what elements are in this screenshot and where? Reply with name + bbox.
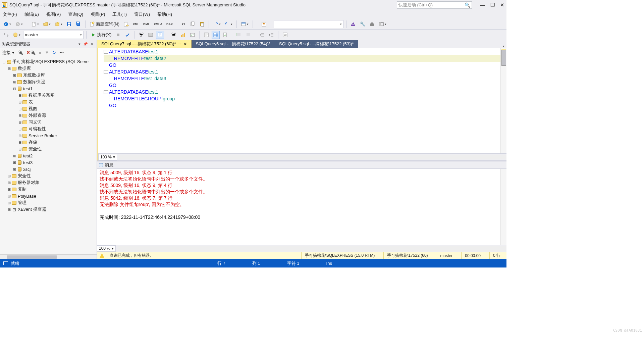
panel-pin-icon[interactable]: 📌 [83, 42, 89, 46]
tree-test3[interactable]: ⊞test3 [0, 159, 97, 166]
menu-help[interactable]: 帮助(H) [157, 11, 172, 17]
uncomment-button[interactable] [244, 31, 252, 39]
messages-body[interactable]: 消息 5009, 级别 16, 状态 9, 第 1 行 找不到或无法初始化语句中… [97, 169, 506, 245]
panel-dropdown-icon[interactable]: ▾ [76, 42, 83, 46]
tree-test1-views[interactable]: ⊞视图 [0, 105, 97, 112]
tree-polybase[interactable]: ⊞PolyBase [0, 193, 97, 199]
open-button[interactable]: ▾ [42, 20, 52, 28]
window-layout-button[interactable]: ▾ [377, 20, 388, 28]
include-plan-button[interactable] [170, 31, 178, 39]
tree-management[interactable]: ⊞管理 [0, 199, 97, 206]
msg-zoom-combo[interactable]: 100 %▾ [97, 245, 116, 252]
menu-file[interactable]: 文件(F) [3, 11, 17, 17]
connect-dropdown[interactable]: 连接 ▾ [2, 50, 14, 56]
query-options-button[interactable] [147, 31, 155, 39]
tree-xevent[interactable]: ⊞⊡XEvent 探查器 [0, 206, 97, 213]
save-button[interactable] [65, 20, 73, 28]
tab-close-icon[interactable]: ✕ [183, 42, 187, 47]
execute-button[interactable]: 执行(X) [89, 31, 113, 39]
database-combo[interactable]: master▾ [23, 31, 84, 39]
explorer-hscroll[interactable] [0, 254, 97, 259]
activity-button[interactable] [260, 20, 268, 28]
fold-icon[interactable]: − [104, 90, 108, 94]
display-plan-button[interactable] [137, 31, 145, 39]
tree-test1-storage[interactable]: ⊞存储 [0, 139, 97, 146]
panel-close-icon[interactable]: ✕ [89, 42, 95, 46]
messages-hscroll[interactable] [118, 246, 506, 251]
properties-button[interactable]: 🔧 [359, 20, 367, 28]
results-file-button[interactable] [221, 31, 229, 39]
solution-button[interactable]: ▾ [239, 20, 250, 28]
refresh-icon[interactable]: ↻ [52, 50, 56, 55]
tree-test1-diag[interactable]: ⊞数据库关系图 [0, 92, 97, 99]
tree-snapshot[interactable]: ⊞数据库快照 [0, 79, 97, 85]
comment-button[interactable] [235, 31, 243, 39]
tree-databases[interactable]: ⊟数据库 [0, 65, 97, 72]
tree-serverobj[interactable]: ⊞服务器对象 [0, 179, 97, 186]
live-stats-button[interactable] [179, 31, 187, 39]
registered-servers-button[interactable] [349, 20, 357, 28]
change-connection-button[interactable] [2, 31, 10, 39]
tree-replication[interactable]: ⊞复制 [0, 186, 97, 193]
menu-query[interactable]: 查询(Q) [68, 11, 83, 17]
new-proj-button[interactable]: ▾ [53, 20, 64, 28]
tree-xscj[interactable]: ⊞xscj [0, 166, 97, 173]
menu-tools[interactable]: 工具(T) [112, 11, 127, 17]
menu-view[interactable]: 视图(V) [46, 11, 61, 17]
new-query-button[interactable]: 新建查询(N) [88, 20, 121, 28]
indent-button[interactable] [258, 31, 266, 39]
tab-sqlquery7[interactable]: SQLQuery7.sql -...摘棉花\17522 (60))*⊣✕ [97, 40, 192, 48]
menu-window[interactable]: 窗口(W) [134, 11, 150, 17]
cut-button[interactable]: ✂ [180, 20, 187, 28]
nav-fwd-button[interactable]: ▾ [14, 20, 24, 28]
filter-icon[interactable]: ▼ [45, 50, 49, 55]
tree-test1-sb[interactable]: ⊞Service Broker [0, 132, 97, 139]
paste-button[interactable] [198, 20, 206, 28]
messages-tab[interactable]: 消息 [97, 161, 506, 169]
results-text-button[interactable] [202, 31, 210, 39]
intellisense-button[interactable] [156, 31, 164, 39]
copy-button[interactable] [189, 20, 197, 28]
fold-icon[interactable]: − [104, 50, 108, 54]
tree-test1-prog[interactable]: ⊞可编程性 [0, 126, 97, 132]
disconnect-icon[interactable]: ✖🔌 [26, 50, 36, 55]
code-editor[interactable]: −ALTER DATABASE test1 REMOVE FILE test_d… [98, 48, 506, 153]
tab-sqlquery5[interactable]: SQLQuery5.sql -...摘棉花\17522 (53))* [275, 40, 358, 48]
close-button[interactable]: ✕ [500, 2, 504, 8]
tree-sysdb[interactable]: ⊞系统数据库 [0, 72, 97, 79]
pin-icon[interactable]: ⊣ [178, 42, 181, 46]
tree-test2[interactable]: ⊞test2 [0, 152, 97, 159]
outdent-button[interactable] [267, 31, 275, 39]
xml-button[interactable]: XML [131, 20, 141, 28]
tab-sqlquery6[interactable]: SQLQuery6.sql -...摘棉花\17522 (54))* [192, 40, 275, 48]
menu-project[interactable]: 项目(P) [91, 11, 105, 17]
activity-icon[interactable]: ⁓ [59, 50, 64, 55]
query-de-button[interactable] [122, 20, 130, 28]
specify-values-button[interactable]: ab [281, 31, 289, 39]
solution-combo[interactable]: ▾ [274, 20, 343, 28]
stop-icon[interactable]: ■ [39, 50, 42, 55]
minimize-button[interactable]: — [480, 2, 485, 8]
dml-button[interactable]: DML [142, 20, 151, 28]
redo-button[interactable]: ▾ [223, 20, 234, 28]
tree-test1[interactable]: ⊟test1 [0, 85, 97, 92]
tabstrip-overflow-icon[interactable]: ▾ [500, 44, 506, 48]
messages-vscroll[interactable] [500, 169, 506, 245]
fold-icon[interactable]: − [104, 70, 108, 74]
toolbox-button[interactable] [368, 20, 376, 28]
client-stats-button[interactable] [189, 31, 197, 39]
tree-test1-tables[interactable]: ⊞表 [0, 99, 97, 105]
code-vscroll[interactable] [500, 48, 506, 153]
undo-button[interactable]: ▾ [212, 20, 222, 28]
quick-launch-input[interactable]: 快速启动 (Ctrl+Q) 🔍 [397, 1, 472, 9]
results-grid-button[interactable] [212, 31, 220, 39]
nav-back-button[interactable]: ▾ [2, 20, 12, 28]
dax-button[interactable]: DAX [165, 20, 174, 28]
stop-button[interactable] [114, 31, 122, 39]
zoom-combo[interactable]: 100 %▾ [98, 154, 117, 160]
tree-server-root[interactable]: ⊟手可摘棉花\SQLEXPRESS (SQL Serve [0, 58, 97, 65]
tree-test1-syn[interactable]: ⊞同义词 [0, 119, 97, 126]
available-db-button[interactable]: ▾ [11, 31, 22, 39]
tree-security[interactable]: ⊞安全性 [0, 173, 97, 179]
new-button[interactable]: ▾ [30, 20, 40, 28]
